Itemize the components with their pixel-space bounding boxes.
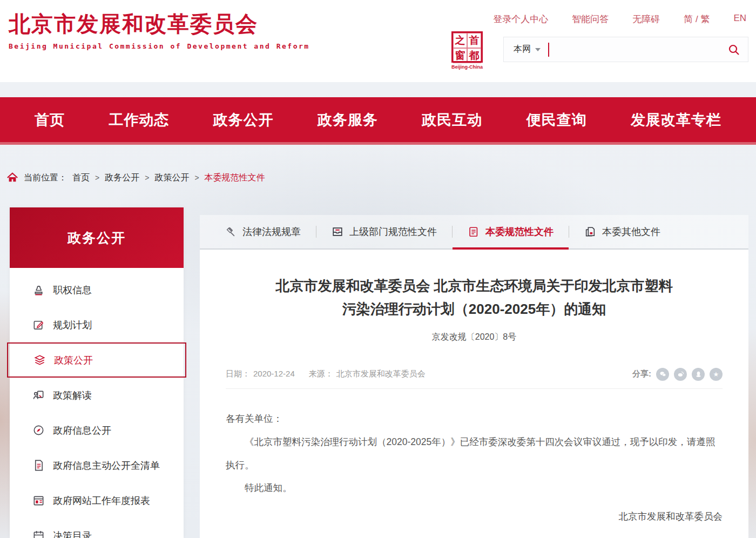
breadcrumb-link[interactable]: 政务公开 <box>105 172 139 184</box>
date-label: 日期： <box>226 369 250 379</box>
tab-label: 上级部门规范性文件 <box>349 225 437 238</box>
layers-icon <box>33 354 46 366</box>
top-link-0[interactable]: 登录个人中心 <box>493 13 548 25</box>
source-value: 北京市发展和改革委员会 <box>336 369 426 379</box>
seal-char-2: 窗 <box>453 48 467 63</box>
nav-item-2[interactable]: 政务公开 <box>213 110 274 130</box>
search-button[interactable] <box>720 37 748 62</box>
breadcrumb-trail: 首页>政务公开>政策公开>本委规范性文件 <box>72 172 265 184</box>
compass-icon <box>32 424 45 436</box>
sidebar-item-label: 决策目录 <box>53 529 92 538</box>
tab-0[interactable]: 法律法规规章 <box>210 215 316 248</box>
meta-left: 日期： 2020-12-24 来源： 北京市发展和改革委员会 <box>226 369 426 379</box>
top-link-1[interactable]: 智能问答 <box>572 13 609 25</box>
breadcrumb-link[interactable]: 政策公开 <box>154 172 189 184</box>
source-label: 来源： <box>309 369 333 379</box>
top-link-4[interactable]: EN <box>733 13 746 25</box>
gavel-icon <box>225 226 237 238</box>
doc-number: 京发改规〔2020〕8号 <box>226 332 723 343</box>
tab-strip: 法律法规规章上级部门规范性文件本委规范性文件本委其他文件 <box>200 215 748 250</box>
search-scope-dropdown[interactable]: 本网 <box>504 44 548 55</box>
breadcrumb-link[interactable]: 首页 <box>72 172 90 184</box>
article-body: 各有关单位： 《北京市塑料污染治理行动计划（2020-2025年）》已经市委深改… <box>226 407 723 528</box>
nav-item-5[interactable]: 便民查询 <box>526 110 587 130</box>
breadcrumb: 当前位置： 首页>政务公开>政策公开>本委规范性文件 <box>6 172 265 184</box>
sidebar-item-label: 政策解读 <box>53 389 92 402</box>
edit-icon <box>32 319 45 331</box>
seal-grid: 之首窗都 <box>451 31 483 63</box>
meta-row: 日期： 2020-12-24 来源： 北京市发展和改革委员会 分享: ★ <box>226 368 723 389</box>
tab-3[interactable]: 本委其他文件 <box>569 215 676 248</box>
sidebar-item-label: 政府网站工作年度报表 <box>53 494 150 507</box>
capital-window-seal[interactable]: 之首窗都 Beijing-China <box>449 31 485 70</box>
sidebar-item-2[interactable]: 政策公开 <box>7 342 186 378</box>
site-title: 北京市发展和改革委员会 <box>9 11 310 37</box>
stamp-icon <box>32 284 45 296</box>
share-wechat-icon[interactable] <box>656 368 669 381</box>
sidebar-item-7[interactable]: 决策目录 <box>10 518 184 538</box>
sidebar-item-label: 职权信息 <box>53 284 92 297</box>
tab-label: 本委其他文件 <box>602 225 660 238</box>
nav-item-1[interactable]: 工作动态 <box>109 110 169 130</box>
sidebar-item-4[interactable]: 政府信息公开 <box>10 413 184 448</box>
share-label: 分享: <box>632 369 651 379</box>
pages-icon <box>584 226 596 238</box>
paragraph-1: 《北京市塑料污染治理行动计划（2020-2025年）》已经市委深改委第十四次会议… <box>226 431 723 477</box>
share-star-icon[interactable]: ★ <box>710 368 723 381</box>
tab-1[interactable]: 上级部门规范性文件 <box>316 215 452 248</box>
report-icon <box>32 494 45 507</box>
person-chat-icon <box>32 389 45 401</box>
top-link-3[interactable]: 简 / 繁 <box>684 13 710 25</box>
sidebar-item-label: 政策公开 <box>54 354 93 367</box>
breadcrumb-separator: > <box>145 173 149 182</box>
sidebar-item-6[interactable]: 政府网站工作年度报表 <box>10 483 184 518</box>
seal-char-1: 首 <box>467 33 481 48</box>
main-nav: 首页工作动态政务公开政务服务政民互动便民查询发展改革专栏 <box>0 97 756 145</box>
site-logo[interactable]: 北京市发展和改革委员会 Beijing Municipal Commission… <box>9 11 310 50</box>
tab-2[interactable]: 本委规范性文件 <box>453 215 569 248</box>
seal-char-0: 之 <box>453 33 467 48</box>
tab-label: 法律法规规章 <box>242 225 301 238</box>
doclines-icon <box>468 226 480 238</box>
breadcrumb-current: 本委规范性文件 <box>205 172 265 184</box>
calendar-icon <box>32 529 45 538</box>
article-title-line2: 污染治理行动计划（2020-2025年）的通知 <box>226 298 723 321</box>
tab-label: 本委规范性文件 <box>485 225 554 238</box>
article-title-line1: 北京市发展和改革委员会 北京市生态环境局关于印发北京市塑料 <box>226 274 723 298</box>
search-bar: 本网 <box>503 37 748 62</box>
sidebar-item-label: 政府信息公开 <box>53 424 111 437</box>
sidebar-header: 政务公开 <box>10 207 184 268</box>
date-value: 2020-12-24 <box>253 369 295 379</box>
article-panel: 北京市发展和改革委员会 北京市生态环境局关于印发北京市塑料 污染治理行动计划（2… <box>200 250 748 538</box>
nav-item-0[interactable]: 首页 <box>35 110 65 130</box>
share-weibo-icon[interactable] <box>674 368 687 381</box>
sidebar-item-5[interactable]: 政府信息主动公开全清单 <box>10 448 184 483</box>
sidebar-item-1[interactable]: 规划计划 <box>10 307 184 342</box>
sidebar: 政务公开 职权信息规划计划政策公开政策解读政府信息公开政府信息主动公开全清单政府… <box>10 207 184 538</box>
content-area: 法律法规规章上级部门规范性文件本委规范性文件本委其他文件 北京市发展和改革委员会… <box>200 215 748 538</box>
topbar-links: 登录个人中心智能问答无障碍简 / 繁EN <box>493 13 746 25</box>
sidebar-title: 政务公开 <box>68 229 126 247</box>
search-scope-label: 本网 <box>514 44 531 55</box>
salutation: 各有关单位： <box>226 407 723 431</box>
chevron-down-icon <box>535 48 541 51</box>
signature: 北京市发展和改革委员会 <box>226 505 723 528</box>
share-qq-icon[interactable] <box>692 368 705 381</box>
tray-icon <box>332 226 343 238</box>
sidebar-item-0[interactable]: 职权信息 <box>10 272 184 307</box>
article-title: 北京市发展和改革委员会 北京市生态环境局关于印发北京市塑料 污染治理行动计划（2… <box>226 274 723 321</box>
nav-item-3[interactable]: 政务服务 <box>318 110 378 130</box>
share-icons: ★ <box>656 368 723 381</box>
site-subtitle: Beijing Municipal Commission of Developm… <box>9 42 310 50</box>
sidebar-item-3[interactable]: 政策解读 <box>10 378 184 413</box>
top-link-2[interactable]: 无障碍 <box>632 13 660 25</box>
nav-item-4[interactable]: 政民互动 <box>422 110 482 130</box>
share-bar: 分享: ★ <box>632 368 723 381</box>
home-icon[interactable] <box>6 172 18 184</box>
breadcrumb-separator: > <box>194 173 199 182</box>
sidebar-item-label: 政府信息主动公开全清单 <box>53 459 160 472</box>
sidebar-item-label: 规划计划 <box>53 319 92 332</box>
nav-item-6[interactable]: 发展改革专栏 <box>631 110 721 130</box>
seal-char-3: 都 <box>467 48 481 63</box>
search-input[interactable] <box>549 37 720 62</box>
